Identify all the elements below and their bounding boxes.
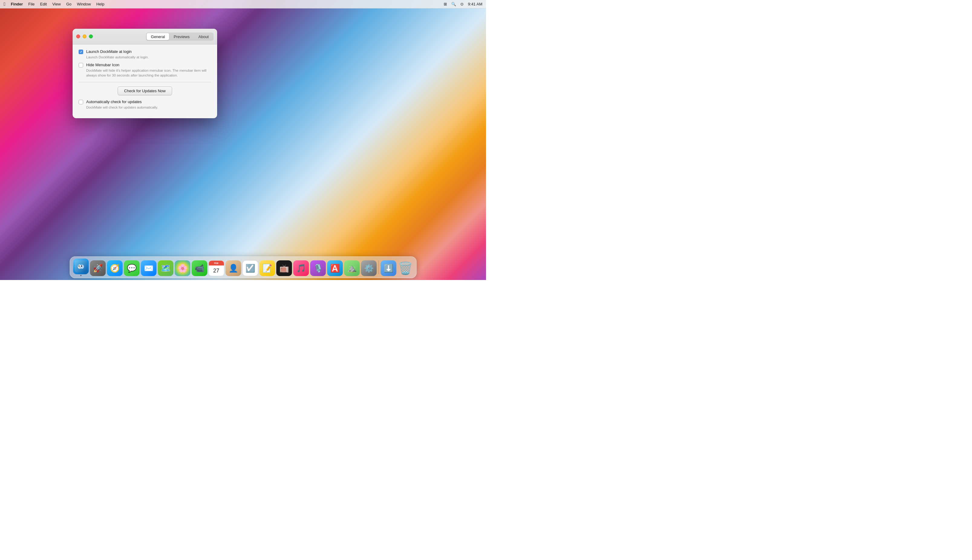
launch-at-login-checkbox[interactable] <box>78 50 83 54</box>
dock-item-launchpad[interactable]: 🚀 <box>90 260 105 276</box>
hide-menubar-checkbox[interactable] <box>78 63 83 67</box>
dock: 🚀 🧭 💬 ✉️ 🗺️ <box>70 257 417 278</box>
downloads-icon: ⬇️ <box>380 260 396 276</box>
launchpad-icon: 🚀 <box>90 260 105 276</box>
dock-container: 🚀 🧭 💬 ✉️ 🗺️ <box>70 257 417 278</box>
menu-file[interactable]: File <box>28 2 35 7</box>
dock-item-messages[interactable]: 💬 <box>124 260 139 276</box>
apple-menu[interactable]:  <box>3 2 5 7</box>
launch-at-login-sublabel: Launch DockMate automatically at login. <box>86 55 148 60</box>
dock-item-sysprefs[interactable]: ⚙️ <box>361 260 377 276</box>
dock-item-downloads[interactable]: ⬇️ <box>380 260 396 276</box>
trash-icon: 🗑️ <box>397 260 413 276</box>
close-button[interactable] <box>76 35 80 38</box>
minimize-button[interactable] <box>83 35 87 38</box>
svg-point-2 <box>80 265 84 269</box>
appstore-icon: 🅰️ <box>327 260 343 276</box>
menubar-left:  Finder File Edit View Go Window Help <box>3 2 104 7</box>
menu-window[interactable]: Window <box>77 2 91 7</box>
finder-dot <box>80 275 82 276</box>
dock-item-notes[interactable]: 📝 <box>259 260 275 276</box>
dialog-content: Launch DockMate at login Launch DockMate… <box>73 45 217 118</box>
appletv-icon: 📺 <box>276 260 292 276</box>
grid-icon[interactable]: ⊞ <box>443 2 447 7</box>
check-updates-button[interactable]: Check for Updates Now <box>118 87 172 95</box>
dock-item-safari[interactable]: 🧭 <box>107 260 122 276</box>
maps-icon: 🗺️ <box>158 260 173 276</box>
sysprefs-icon: ⚙️ <box>361 260 377 276</box>
mail-icon: ✉️ <box>141 260 156 276</box>
auto-check-updates-row: Automatically check for updates DockMate… <box>78 100 211 110</box>
update-btn-container: Check for Updates Now <box>78 87 211 95</box>
dock-item-music[interactable]: 🎵 <box>293 260 309 276</box>
dock-item-reminders[interactable]: ☑️ <box>242 260 258 276</box>
dock-item-appstore[interactable]: 🅰️ <box>327 260 343 276</box>
calendar-month: FEB <box>209 261 224 265</box>
hide-menubar-sublabel: DockMate will hide it's helper applicati… <box>86 68 211 78</box>
search-icon[interactable]: 🔍 <box>451 2 456 7</box>
dock-item-podcasts[interactable]: 🎙️ <box>310 260 326 276</box>
maximize-button[interactable] <box>89 35 93 38</box>
tab-previews[interactable]: Previews <box>169 33 194 40</box>
launch-at-login-labels: Launch DockMate at login Launch DockMate… <box>86 49 148 60</box>
dock-item-mail[interactable]: ✉️ <box>141 260 156 276</box>
dock-item-finder[interactable] <box>73 258 88 276</box>
dock-item-appletv[interactable]: 📺 <box>276 260 292 276</box>
hide-menubar-labels: Hide Menubar Icon DockMate will hide it'… <box>86 63 211 78</box>
tab-general[interactable]: General <box>147 33 169 40</box>
facetime-icon: 📹 <box>192 260 207 276</box>
auto-check-updates-sublabel: DockMate will check for updates automati… <box>86 105 158 110</box>
reminders-icon: ☑️ <box>242 260 258 276</box>
menu-finder[interactable]: Finder <box>11 2 23 7</box>
hide-menubar-checkbox-wrapper[interactable] <box>78 63 83 67</box>
photos-icon: 🌸 <box>175 260 190 276</box>
dock-item-photos[interactable]: 🌸 <box>175 260 190 276</box>
notes-icon: 📝 <box>259 260 275 276</box>
menu-edit[interactable]: Edit <box>40 2 47 7</box>
svg-point-3 <box>78 265 80 267</box>
hide-menubar-row: Hide Menubar Icon DockMate will hide it'… <box>78 63 211 78</box>
dock-item-calendar[interactable]: FEB 27 <box>208 260 224 276</box>
dock-item-contacts[interactable]: 👤 <box>225 260 241 276</box>
launch-at-login-checkbox-wrapper[interactable] <box>78 50 83 54</box>
preferences-dialog: General Previews About Launch DockMate a… <box>73 29 217 118</box>
menubar-right: ⊞ 🔍 ⊙ 9:41 AM <box>443 2 482 7</box>
podcasts-icon: 🎙️ <box>310 260 326 276</box>
dialog-tab-bar: General Previews About <box>146 32 213 40</box>
launch-at-login-row: Launch DockMate at login Launch DockMate… <box>78 49 211 60</box>
time-display: 9:41 AM <box>468 2 482 7</box>
altimeter-icon: ⛰️ <box>344 260 360 276</box>
svg-point-4 <box>81 265 82 267</box>
tab-about[interactable]: About <box>194 33 213 40</box>
calendar-icon: FEB 27 <box>208 260 224 276</box>
dock-item-altimeter[interactable]: ⛰️ <box>344 260 360 276</box>
safari-icon: 🧭 <box>107 260 122 276</box>
dialog-titlebar: General Previews About <box>73 29 217 45</box>
auto-check-updates-label: Automatically check for updates <box>86 100 158 104</box>
menu-help[interactable]: Help <box>96 2 104 7</box>
auto-check-updates-checkbox[interactable] <box>78 100 83 104</box>
menu-view[interactable]: View <box>52 2 61 7</box>
menubar:  Finder File Edit View Go Window Help ⊞… <box>0 0 486 8</box>
auto-check-updates-labels: Automatically check for updates DockMate… <box>86 100 158 110</box>
contacts-icon: 👤 <box>225 260 241 276</box>
menu-go[interactable]: Go <box>66 2 72 7</box>
traffic-lights <box>76 35 93 38</box>
finder-icon <box>73 258 88 274</box>
dock-item-facetime[interactable]: 📹 <box>192 260 207 276</box>
control-center-icon[interactable]: ⊙ <box>460 2 463 7</box>
messages-icon: 💬 <box>124 260 139 276</box>
calendar-day: 27 <box>213 265 219 276</box>
dock-item-maps[interactable]: 🗺️ <box>158 260 173 276</box>
music-icon: 🎵 <box>293 260 309 276</box>
auto-check-updates-checkbox-wrapper[interactable] <box>78 100 83 104</box>
launch-at-login-label: Launch DockMate at login <box>86 49 148 54</box>
hide-menubar-label: Hide Menubar Icon <box>86 63 211 67</box>
dock-item-trash[interactable]: 🗑️ <box>397 260 413 276</box>
section-divider <box>78 82 211 82</box>
